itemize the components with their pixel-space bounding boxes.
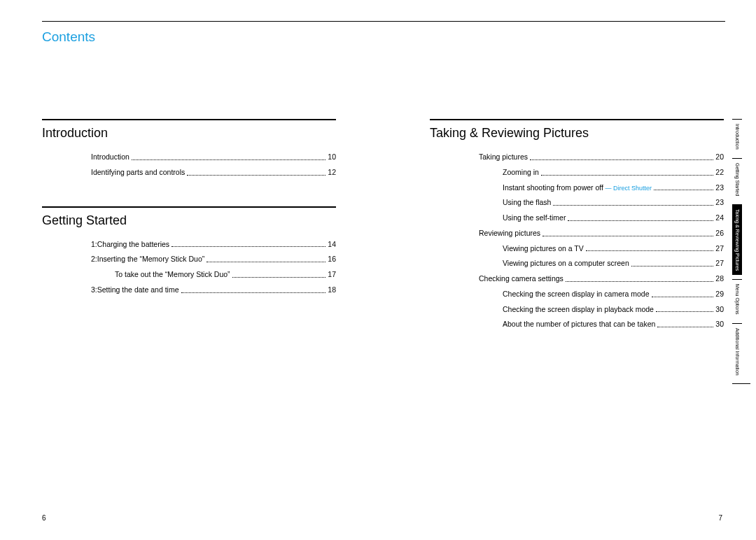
toc-section: IntroductionIntroduction10Identifying pa… bbox=[42, 119, 336, 178]
side-tab-end-rule bbox=[732, 383, 750, 384]
toc-leader-dots bbox=[566, 273, 714, 282]
toc-entry-page: 30 bbox=[715, 319, 724, 330]
toc-leader-dots bbox=[657, 319, 713, 327]
toc-leader-dots bbox=[631, 258, 714, 267]
toc-leader-dots bbox=[530, 152, 713, 160]
section-rule bbox=[42, 119, 336, 120]
toc-leader-dots bbox=[652, 289, 714, 297]
toc-entry-label: To take out the “Memory Stick Duo” bbox=[115, 269, 230, 280]
toc-leader-dots bbox=[654, 183, 713, 191]
toc-leader-dots bbox=[232, 269, 326, 278]
section-rule bbox=[42, 206, 336, 208]
toc-leader-dots bbox=[181, 285, 326, 293]
section-heading: Taking & Reviewing Pictures bbox=[430, 126, 724, 141]
side-tab[interactable]: Menu Options bbox=[732, 279, 742, 319]
section-heading: Introduction bbox=[42, 126, 336, 141]
toc-entry-page: 22 bbox=[715, 167, 724, 178]
toc-leader-dots bbox=[553, 197, 713, 206]
toc-entry-page: 14 bbox=[328, 239, 336, 250]
toc-entry-label: Viewing pictures on a computer screen bbox=[503, 258, 629, 269]
toc-entry[interactable]: About the number of pictures that can be… bbox=[430, 319, 724, 330]
toc-entry[interactable]: Viewing pictures on a TV27 bbox=[430, 243, 724, 255]
toc-entry-label: 3:Setting the date and time bbox=[91, 285, 179, 296]
section-rule bbox=[430, 119, 724, 120]
toc-entry-label: Checking camera settings bbox=[479, 273, 564, 285]
toc-leader-dots bbox=[656, 304, 713, 313]
toc-entry[interactable]: To take out the “Memory Stick Duo”17 bbox=[42, 269, 336, 280]
side-tabs: IntroductionGetting StartedTaking & Revi… bbox=[732, 119, 750, 384]
toc-leader-dots bbox=[541, 167, 713, 176]
toc-entry-label: Viewing pictures on a TV bbox=[503, 243, 584, 255]
toc-entry-label: Introduction bbox=[91, 152, 130, 163]
page-number-right: 7 bbox=[718, 514, 722, 522]
toc-entry-label: Using the self-timer bbox=[503, 213, 566, 224]
side-tab[interactable]: Additional Information bbox=[732, 323, 742, 380]
toc-leader-dots bbox=[132, 152, 326, 160]
toc-entry-page: 27 bbox=[715, 258, 724, 269]
toc-entry-label: Using the flash bbox=[503, 197, 551, 208]
toc-leader-dots bbox=[568, 213, 713, 221]
toc-entry[interactable]: Using the flash23 bbox=[430, 197, 724, 208]
contents-heading: Contents bbox=[42, 29, 95, 45]
toc-entry-page: 27 bbox=[715, 243, 724, 255]
toc-entry-page: 29 bbox=[715, 289, 724, 300]
toc-entry-label: Checking the screen display in playback … bbox=[503, 304, 654, 315]
toc-entry-label: 2:Inserting the “Memory Stick Duo” bbox=[91, 254, 204, 265]
toc-entry-label: About the number of pictures that can be… bbox=[503, 319, 655, 330]
toc-entry-page: 18 bbox=[328, 285, 336, 296]
toc-entry-page: 26 bbox=[715, 228, 724, 239]
toc-entry[interactable]: Checking camera settings28 bbox=[430, 273, 724, 285]
toc-entry[interactable]: Reviewing pictures26 bbox=[430, 228, 724, 239]
toc-entry-feature: — Direct Shutter bbox=[603, 185, 652, 192]
toc-entry-label: Reviewing pictures bbox=[479, 228, 540, 239]
side-tab[interactable]: Introduction bbox=[732, 119, 742, 154]
toc-entry[interactable]: Zooming in22 bbox=[430, 167, 724, 178]
side-tab[interactable]: Getting Started bbox=[732, 158, 742, 200]
toc-entry[interactable]: Instant shooting from power off — Direct… bbox=[430, 183, 724, 194]
toc-entry[interactable]: Using the self-timer24 bbox=[430, 213, 724, 224]
toc-entry[interactable]: Introduction10 bbox=[42, 152, 336, 163]
top-rule bbox=[42, 21, 725, 22]
toc-entry[interactable]: Taking pictures20 bbox=[430, 152, 724, 163]
toc-entry-label: Zooming in bbox=[503, 167, 539, 178]
toc-leader-dots bbox=[206, 254, 326, 262]
toc-entry-page: 28 bbox=[715, 273, 724, 285]
toc-leader-dots bbox=[542, 228, 713, 236]
toc-entry-page: 16 bbox=[328, 254, 336, 265]
toc-entry[interactable]: Viewing pictures on a computer screen27 bbox=[430, 258, 724, 269]
toc-entry-label: Identifying parts and controls bbox=[91, 167, 185, 178]
toc-entry-label: Taking pictures bbox=[479, 152, 528, 163]
toc-section: Taking & Reviewing PicturesTaking pictur… bbox=[430, 119, 724, 330]
page-number-left: 6 bbox=[42, 514, 46, 522]
toc-entry-page: 23 bbox=[715, 197, 724, 208]
toc-entry[interactable]: 2:Inserting the “Memory Stick Duo”16 bbox=[42, 254, 336, 265]
toc-column-right: Taking & Reviewing PicturesTaking pictur… bbox=[430, 119, 724, 358]
toc-entry[interactable]: 3:Setting the date and time18 bbox=[42, 285, 336, 296]
toc-entry-label: 1:Charging the batteries bbox=[91, 239, 169, 250]
toc-entry-page: 10 bbox=[328, 152, 336, 163]
toc-entry[interactable]: Identifying parts and controls12 bbox=[42, 167, 336, 178]
toc-entry[interactable]: Checking the screen display in camera mo… bbox=[430, 289, 724, 300]
toc-entry-page: 17 bbox=[328, 269, 336, 280]
toc-entry-label: Checking the screen display in camera mo… bbox=[503, 289, 650, 300]
toc-entry-page: 20 bbox=[715, 152, 724, 163]
toc-entry[interactable]: Checking the screen display in playback … bbox=[430, 304, 724, 315]
toc-entry-page: 24 bbox=[715, 213, 724, 224]
toc-entry[interactable]: 1:Charging the batteries14 bbox=[42, 239, 336, 250]
toc-entry-page: 23 bbox=[715, 183, 724, 194]
toc-entry-page: 12 bbox=[328, 167, 336, 178]
toc-entry-label: Instant shooting from power off — Direct… bbox=[503, 183, 652, 194]
section-heading: Getting Started bbox=[42, 213, 336, 228]
toc-entry-page: 30 bbox=[715, 304, 724, 315]
toc-column-left: IntroductionIntroduction10Identifying pa… bbox=[42, 119, 336, 324]
toc-section: Getting Started1:Charging the batteries1… bbox=[42, 206, 336, 296]
side-tab[interactable]: Taking & Reviewing Pictures bbox=[732, 204, 742, 275]
toc-leader-dots bbox=[187, 167, 326, 176]
toc-leader-dots bbox=[586, 243, 714, 252]
toc-leader-dots bbox=[172, 239, 326, 248]
